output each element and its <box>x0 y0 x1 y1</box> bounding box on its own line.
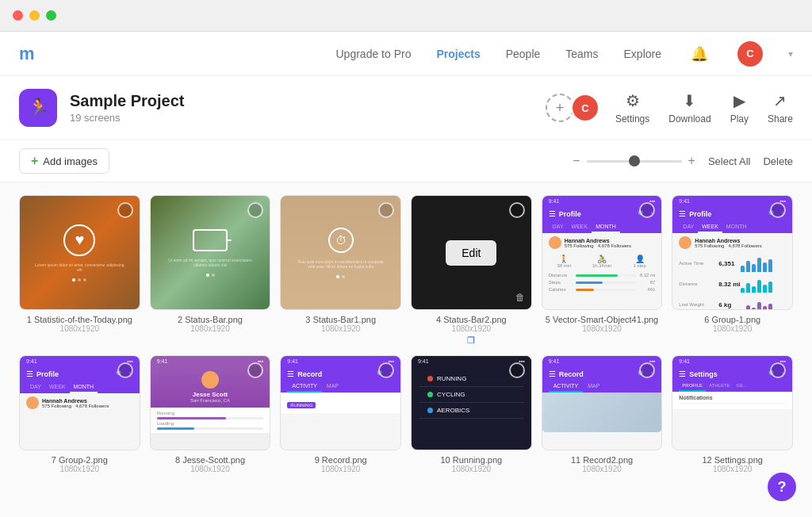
screen-card-3[interactable]: ⏱ Duis aute irure dolor in reprehenderit… <box>280 195 401 346</box>
collaborator-avatar[interactable]: C <box>571 94 599 122</box>
minimize-button[interactable] <box>29 10 40 21</box>
download-action[interactable]: ⬇ Download <box>668 91 710 124</box>
tab-month-7[interactable]: MONTH <box>70 382 98 393</box>
screen-name-3: 3 Status-Bar1.png <box>282 315 400 324</box>
jesse-name: Jesse Scott <box>157 391 264 398</box>
add-images-button[interactable]: + Add images <box>19 148 109 174</box>
screen-card-5[interactable]: 9:41 ▪▪▪ ☰ Profile 🔍 ⋮ DAY <box>542 195 663 346</box>
screen-info-1: 1 Statistic-of-the-Today.png 1080x1920 <box>19 310 140 333</box>
bar-track-calories-5 <box>576 289 637 291</box>
screen-size-5: 1080x1920 <box>543 324 661 333</box>
distance-label-6: Distance <box>679 281 718 286</box>
bike-icon-5: 🚴 <box>586 255 618 263</box>
screen-info-10: 10 Running.png 1080x1920 <box>411 450 532 473</box>
screen-preview-4: Edit 🗑 <box>411 195 532 310</box>
record-title-9: Record <box>297 370 373 378</box>
maximize-button[interactable] <box>46 10 56 21</box>
chart-bar-w1 <box>741 309 745 310</box>
hamburger-icon-7: ☰ <box>26 370 33 378</box>
chart-bar-d3 <box>752 286 756 293</box>
screen-card-8[interactable]: 9:41 ▪▪▪ Jesse Scott San Francisco, CA R… <box>150 355 271 473</box>
screen-select-4[interactable] <box>509 202 525 218</box>
tab-profile-12[interactable]: PROFILE <box>679 381 706 392</box>
screen-card-10[interactable]: 9:41 ▪▪▪ RUNNING CYCLING <box>411 355 532 473</box>
tab-month-5[interactable]: MONTH <box>592 222 620 233</box>
nav-teams[interactable]: Teams <box>565 48 598 60</box>
add-collaborator-button[interactable]: + <box>546 94 574 122</box>
zoom-out-button[interactable]: − <box>573 154 580 168</box>
distance-chart-6 <box>741 275 772 293</box>
chart-bar-d5 <box>763 285 767 293</box>
tab-ge-12[interactable]: GE... <box>733 381 751 392</box>
download-icon: ⬇ <box>683 91 696 110</box>
tab-day-7[interactable]: DAY <box>26 382 45 393</box>
tab-week-7[interactable]: WEEK <box>45 382 70 393</box>
nav-logo[interactable]: m <box>19 44 35 64</box>
trash-icon-4[interactable]: 🗑 <box>515 292 525 303</box>
settings-title-12: Settings <box>689 370 765 378</box>
running-tag-9: RUNNING <box>287 402 316 408</box>
screen-card-4[interactable]: Edit 🗑 4 Status-Bar2.png 1080x1920 ❐ <box>411 195 532 346</box>
tab-map-9[interactable]: MAP <box>322 381 343 393</box>
nav-upgrade[interactable]: Upgrade to Pro <box>336 48 412 60</box>
tab-month-6[interactable]: MONTH <box>722 222 751 233</box>
settings-content-12: Notifications <box>672 392 792 409</box>
tab-week-6[interactable]: WEEK <box>698 222 722 233</box>
screen-card-2[interactable]: Ut enim ad mi veniam, quis nostrud exerc… <box>150 195 271 346</box>
notifications-bell[interactable]: 🔔 <box>687 41 712 67</box>
project-icon: 🏃 <box>19 89 57 127</box>
chart-bar-w3 <box>752 308 756 310</box>
stat-walk-5: 🚶 38 min <box>549 255 580 268</box>
user-avatar[interactable]: C <box>737 41 763 67</box>
user-stats-7: 575 Following 4,678 Followers <box>42 404 109 408</box>
settings-action[interactable]: ⚙ Settings <box>615 91 649 124</box>
select-all-button[interactable]: Select All <box>708 155 750 167</box>
nav-explore[interactable]: Explore <box>624 48 661 60</box>
screen-preview-5: 9:41 ▪▪▪ ☰ Profile 🔍 ⋮ DAY <box>542 195 663 310</box>
screen-preview-8: 9:41 ▪▪▪ Jesse Scott San Francisco, CA R… <box>150 355 271 450</box>
tab-athlete-12[interactable]: ATHLETE <box>706 381 733 392</box>
share-action[interactable]: ↗ Share <box>768 91 793 124</box>
tab-map-11[interactable]: MAP <box>583 381 604 393</box>
active-time-chart-6 <box>741 255 772 272</box>
bar-label-distance-5: Distance <box>549 273 573 278</box>
tab-activity-11[interactable]: ACTIVITY <box>549 381 584 393</box>
tab-day-6[interactable]: DAY <box>679 222 698 233</box>
zoom-thumb[interactable] <box>629 155 640 167</box>
help-button[interactable]: ? <box>768 473 796 501</box>
edit-button-4[interactable]: Edit <box>446 240 496 266</box>
person-val-5: 1 step <box>624 263 656 268</box>
tab-activity-9[interactable]: ACTIVITY <box>287 381 322 393</box>
screen-card-12[interactable]: 9:41 ▪▪▪ ☰ Settings 🔍 ⋮ PROFILE ATHLETE <box>672 355 793 473</box>
play-action[interactable]: ▶ Play <box>730 91 749 124</box>
zoom-slider[interactable] <box>587 160 682 163</box>
user-avatar-5 <box>549 236 561 249</box>
screen-card-1[interactable]: ♥ Lorem ipsum dolor sit amet, consectetu… <box>19 195 140 346</box>
screen-card-6[interactable]: 9:41 ▪▪▪ ☰ Profile 🔍 ⋮ DAY WEEK <box>672 195 793 346</box>
screen-select-12[interactable] <box>770 362 786 378</box>
delete-button[interactable]: Delete <box>763 155 793 167</box>
zoom-in-button[interactable]: + <box>688 154 695 168</box>
weight-chart-6 <box>741 296 772 310</box>
screen-card-11[interactable]: 9:41 ▪▪▪ ☰ Record 🔍 ⋮ ACTIVITY MAP <box>542 355 663 473</box>
screen-preview-11: 9:41 ▪▪▪ ☰ Record 🔍 ⋮ ACTIVITY MAP <box>542 355 663 450</box>
screen-select-6[interactable] <box>770 202 786 218</box>
screen-select-7[interactable] <box>117 362 133 378</box>
nav-people[interactable]: People <box>506 48 541 60</box>
tab-week-5[interactable]: WEEK <box>568 222 592 233</box>
nav-projects[interactable]: Projects <box>436 48 480 60</box>
bar-num-distance-5: 8.32 mi <box>639 273 655 278</box>
tab-day-5[interactable]: DAY <box>549 222 568 233</box>
screen-card-9[interactable]: 9:41 ▪▪▪ ☰ Record 🔍 ⋮ ACTIVITY MAP <box>280 355 401 473</box>
chart-bar-d1 <box>741 288 745 293</box>
record-content-9: RUNNING <box>281 393 400 413</box>
chart-bar-w6 <box>768 304 772 310</box>
chevron-down-icon[interactable]: ▾ <box>788 48 793 59</box>
screen-card-7[interactable]: 9:41 ▪▪▪ ☰ Profile 🔍 ⋮ DAY WEEK <box>19 355 140 473</box>
screen-select-1[interactable] <box>117 202 133 218</box>
screen-select-9[interactable] <box>378 362 394 378</box>
screen-select-10[interactable] <box>509 362 525 378</box>
screen-select-3[interactable] <box>378 202 394 218</box>
close-button[interactable] <box>13 10 23 21</box>
app-container: m Upgrade to Pro Projects People Teams E… <box>0 32 812 517</box>
